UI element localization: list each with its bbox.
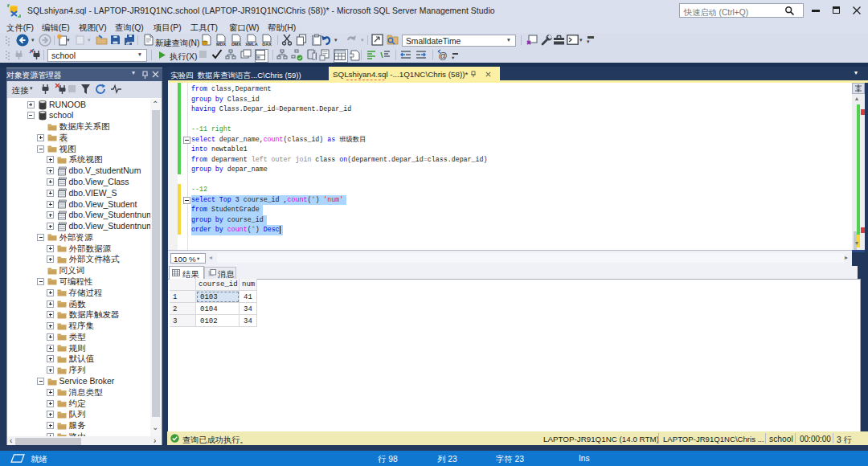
svg-text:XMLA: XMLA	[245, 42, 258, 47]
svg-text:DMX: DMX	[231, 42, 242, 47]
svg-text:DAX: DAX	[262, 42, 272, 47]
svg-text:MDX: MDX	[216, 42, 227, 47]
